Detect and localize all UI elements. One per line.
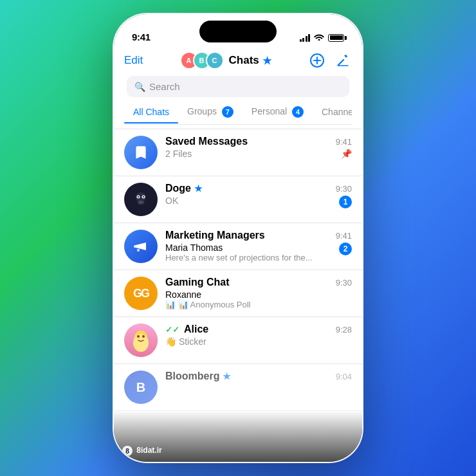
header: Edit A B C Chats ★: [114, 46, 362, 129]
chat-preview-doge: OK: [165, 196, 178, 206]
chat-header-row-saved: Saved Messages 9:41: [165, 136, 352, 147]
chat-body-alice: ✓✓ Alice 9:28 👋 Sticker: [165, 324, 352, 347]
chat-name-bloomberg: Bloomberg ★: [165, 371, 231, 382]
avatar-alice: [124, 324, 158, 357]
svg-text:8: 8: [125, 448, 129, 455]
chat-item-gaming[interactable]: GG Gaming Chat 9:30 Roxanne 📊 📊 Anonymou…: [114, 270, 362, 317]
chat-body-marketing: Marketing Managers 9:41 Maria Thomas Her…: [165, 230, 352, 262]
svg-rect-10: [139, 201, 143, 203]
chat-time-alice: 9:28: [336, 325, 352, 334]
header-top: Edit A B C Chats ★: [124, 51, 352, 69]
chat-time-saved: 9:41: [336, 137, 352, 147]
status-time: 9:41: [132, 32, 151, 42]
chat-name-gaming: Gaming Chat: [165, 277, 230, 288]
avatar-stack: A B C: [180, 51, 224, 69]
chat-time-gaming: 9:30: [336, 278, 352, 288]
bloomberg-star-icon: ★: [223, 371, 231, 381]
chat-item-bloomberg[interactable]: B Bloomberg ★ 9:04: [114, 364, 362, 411]
chat-preview-alice: 👋 Sticker: [165, 336, 206, 347]
avatar-bloomberg: B: [124, 371, 158, 404]
avatar-doge: [124, 183, 158, 216]
chat-body-doge: Doge ★ 9:30 OK 1: [165, 183, 352, 208]
chat-preview-saved: 2 Files: [165, 149, 192, 159]
search-placeholder: Search: [149, 81, 180, 92]
personal-badge: 4: [292, 106, 304, 118]
watermark-text: 8 8idat.ir: [122, 445, 162, 457]
chat-preview-row-doge: OK 1: [165, 196, 352, 208]
chat-preview-gaming-sender: Roxanne: [165, 289, 313, 300]
unread-badge-doge: 1: [339, 196, 352, 208]
chat-time-doge: 9:30: [336, 184, 352, 194]
chat-header-row-marketing: Marketing Managers 9:41: [165, 230, 352, 241]
svg-point-11: [134, 245, 138, 248]
svg-point-16: [133, 334, 149, 352]
new-chat-button[interactable]: [308, 51, 326, 69]
chat-preview-row-alice: 👋 Sticker: [165, 336, 352, 347]
signal-bars-icon: [300, 34, 311, 42]
chat-preview-gaming-msg: 📊 📊 Anonymous Poll: [165, 300, 313, 309]
tab-channels[interactable]: Channels: [313, 103, 352, 121]
tab-groups[interactable]: Groups 7: [178, 102, 243, 122]
chat-time-marketing: 9:41: [336, 231, 352, 241]
chat-body-saved: Saved Messages 9:41 2 Files 📌: [165, 136, 352, 159]
alice-checkmark: ✓✓: [165, 325, 179, 334]
edit-button[interactable]: Edit: [124, 54, 143, 67]
header-actions: [308, 51, 352, 69]
svg-point-18: [142, 335, 145, 338]
chat-time-bloomberg: 9:04: [336, 372, 352, 381]
doge-star-icon: ★: [194, 183, 203, 194]
groups-badge: 7: [222, 106, 233, 118]
chat-name-doge: Doge ★: [165, 183, 203, 194]
chat-preview-row-gaming: Roxanne 📊 📊 Anonymous Poll: [165, 289, 352, 309]
chat-preview-marketing-sender: Maria Thomas: [165, 243, 313, 253]
tab-personal[interactable]: Personal 4: [243, 102, 313, 122]
status-icons: [300, 33, 345, 42]
dynamic-island: [199, 21, 277, 42]
chat-preview-marketing-msg: Here's a new set of projections for the.…: [165, 253, 313, 262]
chat-header-row-gaming: Gaming Chat 9:30: [165, 277, 352, 288]
unread-badge-marketing: 2: [339, 243, 352, 255]
avatar-gaming: GG: [124, 277, 158, 310]
chat-header-row-bloomberg: Bloomberg ★ 9:04: [165, 371, 352, 382]
phone-frame: 9:41 Edit A: [113, 13, 363, 463]
chat-item-marketing[interactable]: Marketing Managers 9:41 Maria Thomas Her…: [114, 223, 362, 270]
tab-all-chats[interactable]: All Chats: [124, 103, 178, 121]
header-title: Chats ★: [229, 54, 271, 67]
chat-list: Saved Messages 9:41 2 Files 📌: [114, 129, 362, 411]
chat-body-bloomberg: Bloomberg ★ 9:04: [165, 371, 352, 383]
gaming-preview-lines: Roxanne 📊 📊 Anonymous Poll: [165, 289, 352, 309]
avatar-saved-messages: [124, 136, 158, 169]
chat-meta-marketing: 2: [339, 243, 352, 255]
watermark: 8 8idat.ir: [114, 410, 362, 462]
chat-header-row-doge: Doge ★ 9:30: [165, 183, 352, 194]
search-icon: 🔍: [134, 82, 145, 92]
header-star-icon: ★: [262, 55, 271, 67]
svg-rect-12: [137, 249, 140, 252]
chat-item-doge[interactable]: Doge ★ 9:30 OK 1: [114, 176, 362, 223]
poll-icon: 📊: [165, 300, 176, 309]
filter-tabs: All Chats Groups 7 Personal 4 Channels B: [124, 102, 352, 125]
svg-point-7: [138, 196, 139, 197]
avatar-marketing: [124, 230, 158, 263]
chat-name-saved: Saved Messages: [165, 136, 248, 147]
header-center: A B C Chats ★: [180, 51, 271, 69]
svg-point-17: [137, 335, 140, 338]
chat-name-marketing: Marketing Managers: [165, 230, 265, 241]
svg-point-8: [143, 196, 144, 197]
chat-preview-row-marketing: Maria Thomas Here's a new set of project…: [165, 243, 352, 262]
marketing-preview-lines: Maria Thomas Here's a new set of project…: [165, 243, 339, 262]
app-content: Edit A B C Chats ★: [114, 46, 362, 462]
chat-preview-row-saved: 2 Files 📌: [165, 149, 352, 159]
avatar-stack-3: C: [206, 51, 224, 69]
wifi-icon: [314, 33, 324, 42]
chat-meta-doge: 1: [339, 196, 352, 208]
chat-header-row-alice: ✓✓ Alice 9:28: [165, 324, 352, 335]
chat-item-saved-messages[interactable]: Saved Messages 9:41 2 Files 📌: [114, 129, 362, 176]
chat-body-gaming: Gaming Chat 9:30 Roxanne 📊 📊 Anonymous P…: [165, 277, 352, 309]
pin-icon: 📌: [341, 149, 352, 159]
chat-name-alice: ✓✓ Alice: [165, 324, 208, 335]
battery-icon: [328, 34, 344, 42]
compose-button[interactable]: [334, 51, 352, 69]
chat-item-alice[interactable]: ✓✓ Alice 9:28 👋 Sticker: [114, 317, 362, 364]
search-bar[interactable]: 🔍 Search: [127, 76, 349, 97]
